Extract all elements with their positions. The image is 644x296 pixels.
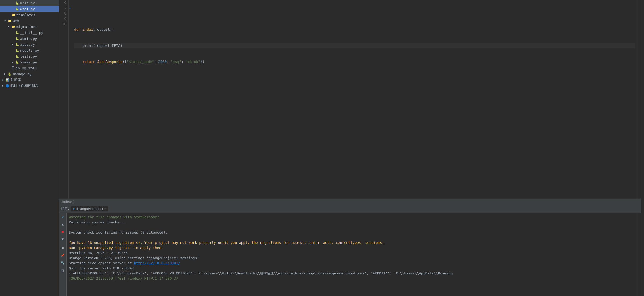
close-tab-button[interactable]: ✕ [104,207,106,210]
status-function: index() [61,200,75,204]
db-icon: 🗄 [12,66,15,70]
sidebar-item-label: apps.py [20,42,35,47]
sidebar-item-label: db.sqlite3 [16,66,37,70]
editor-scrollbar[interactable] [638,0,641,199]
stop-button[interactable]: ■ [60,229,66,234]
pin-button[interactable]: 📌 [60,253,66,258]
console-line-7: Run 'python manage.py migrate' to apply … [69,245,635,250]
sidebar-item-label: tests.py [20,54,37,58]
gutter-arrow [69,16,72,22]
code-editor[interactable]: def index(request): print(request.META) … [72,0,638,199]
arrow-icon: ▶ [2,79,5,81]
sidebar-item-label: 临时文件和控制台 [10,83,38,88]
file-icon: 🐍 [15,60,19,64]
sidebar-item-web[interactable]: ▼ 📁 web [0,18,59,24]
file-icon: 🐍 [15,55,19,58]
right-scrollbar[interactable] [641,0,644,296]
sidebar-item-label: migrations [16,25,37,29]
arrow-icon: ▶ [12,61,15,63]
sidebar-item-db-sqlite3[interactable]: 🗄 db.sqlite3 [0,65,59,71]
sidebar-item-temp-files[interactable]: ▶ 🔵 临时文件和控制台 [0,83,59,89]
wrench-button[interactable]: 🔧 [60,260,66,266]
scroll-down-button[interactable]: ▼ [60,237,66,242]
console-line-4: System check identified no issues (0 sil… [69,230,635,235]
sidebar-item-views-py[interactable]: ▶ 🐍 views.py [0,59,59,65]
console-line-11: Quit the server with CTRL-BREAK. [69,266,635,271]
sidebar-item-urls-py[interactable]: 🐍 urls.py [0,0,59,6]
run-label: 运行: [61,206,70,211]
run-panel-body: ↺ ▲ ■ ▼ ≡ 📌 🔧 🗑 Watching for file change… [59,213,641,296]
scroll-up-button[interactable]: ▲ [60,222,66,227]
folder-icon: 📁 [12,25,15,28]
sidebar-item-label: 外部库 [10,77,21,82]
breakpoint-indicator: ► [69,5,72,11]
console-line-2: Performing system checks... [69,220,635,225]
file-icon: 🐍 [15,7,19,11]
arrow-icon: ▶ [8,25,11,28]
sidebar-item-label: models.py [20,48,39,52]
sidebar-item-init-py[interactable]: 🐍 __init__.py [0,30,59,35]
code-line-7: def index(request): [74,27,635,32]
console-line-3 [69,225,635,230]
console-line-5 [69,235,635,240]
code-line-6 [74,11,635,16]
run-panel: 运行: ▶ djangoProject1 ✕ ↺ ▲ ■ ▼ ≡ 📌 [59,205,641,296]
code-line-8: print(request.META) [74,43,635,48]
sidebar-item-label: admin.py [20,37,37,41]
sidebar-item-label: __init__.py [20,31,43,35]
restart-button[interactable]: ↺ [60,214,66,219]
sidebar-item-manage-py[interactable]: ▶ 🐍 manage.py [0,71,59,77]
file-icon: 🐍 [15,43,19,46]
file-icon: 🐍 [15,1,19,5]
sidebar-item-apps-py[interactable]: ▶ 🐍 apps.py [0,41,59,47]
sidebar: 🐍 urls.py 🐍 wsgi.py 📁 templates ▼ 📁 web … [0,0,59,296]
arrow-icon: ▶ [12,43,15,46]
settings-button[interactable]: ≡ [60,245,66,251]
file-icon: 🐍 [15,37,19,40]
arrow-icon: ▼ [4,19,7,22]
arrow-icon: ▶ [2,84,5,87]
sidebar-item-label: manage.py [13,72,31,76]
console-icon: 🔵 [6,84,9,88]
line-numbers: 6 7 8 9 10 [59,0,69,199]
run-panel-header: 运行: ▶ djangoProject1 ✕ [59,205,641,213]
sidebar-item-models-py[interactable]: 🐍 models.py [0,47,59,53]
console-scrollbar[interactable] [638,213,641,296]
sidebar-item-label: views.py [20,60,37,64]
sidebar-item-wsgi-py[interactable]: 🐍 wsgi.py [0,6,59,12]
code-line-9: return JsonResponse({"status_code": 2000… [74,59,635,65]
editor-status-bar: index() [59,199,641,205]
sidebar-item-label: templates [16,13,35,17]
run-tab-icon: ▶ [73,207,75,211]
server-link[interactable]: http://127.0.0.1:8001/ [134,261,180,265]
sidebar-item-tests-py[interactable]: 🐍 tests.py [0,53,59,59]
code-line-10 [74,75,635,81]
lib-icon: 📊 [6,78,9,82]
run-tab-label: djangoProject1 [76,207,103,211]
arrow-icon: ▶ [4,73,7,75]
console-line-9: Django version 3.2.5, using settings 'dj… [69,255,635,261]
file-icon: 🐍 [15,31,19,34]
sidebar-item-admin-py[interactable]: 🐍 admin.py [0,35,59,41]
delete-button[interactable]: 🗑 [60,268,66,273]
console-line-8: December 06, 2023 - 21:39:53 [69,250,635,255]
console-line-1: Watching for file changes with StatReloa… [69,215,635,220]
console-line-6: You have 18 unapplied migration(s). Your… [69,240,635,245]
console-line-10: Starting development server at http://12… [69,261,635,266]
file-icon: 🐍 [15,49,19,52]
sidebar-item-label: wsgi.py [20,7,35,11]
folder-icon: 📁 [12,13,15,17]
sidebar-item-label: web [13,19,19,23]
file-icon: 🐍 [8,72,12,76]
sidebar-item-external-lib[interactable]: ▶ 📊 外部库 [0,77,59,83]
console-line-13: [06/Dec/2023 21:39:59] "GET /index/ HTTP… [69,276,635,281]
console-line-12: {'ALLUSERSPROFILE': 'C:\\ProgramData', '… [69,271,635,276]
run-console[interactable]: Watching for file changes with StatReloa… [67,213,638,296]
sidebar-item-templates[interactable]: 📁 templates [0,12,59,18]
sidebar-item-migrations[interactable]: ▶ 📁 migrations [0,24,59,30]
run-panel-toolbar: ↺ ▲ ■ ▼ ≡ 📌 🔧 🗑 [59,213,67,296]
folder-icon: 📁 [8,19,12,23]
sidebar-item-label: urls.py [20,1,35,5]
run-tab[interactable]: ▶ djangoProject1 ✕ [71,206,108,211]
